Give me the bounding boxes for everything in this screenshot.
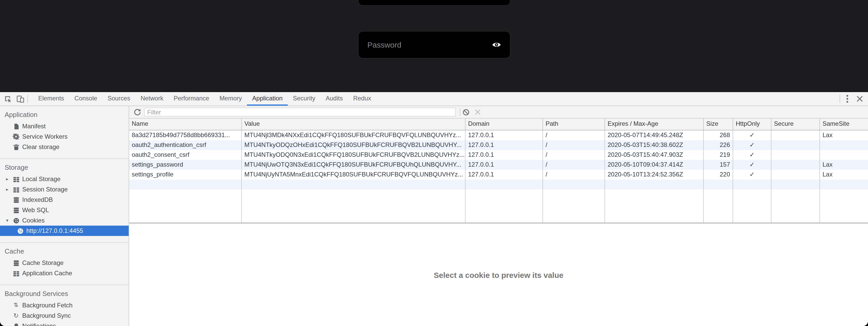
devtools-window: ElementsConsoleSourcesNetworkPerformance…: [0, 92, 868, 326]
sidebar-item-service-workers[interactable]: Service Workers: [0, 131, 129, 142]
clear-all-icon[interactable]: [460, 106, 472, 118]
sidebar-item-cookies[interactable]: ▾Cookies: [0, 215, 129, 226]
column-header-secure[interactable]: Secure: [771, 118, 820, 130]
eye-icon[interactable]: [492, 42, 501, 48]
column-header-domain[interactable]: Domain: [466, 118, 543, 130]
trash-icon: [12, 143, 20, 151]
empty-row: [129, 180, 868, 189]
cookie-icon: [12, 217, 20, 224]
sync-icon: ↻: [12, 312, 20, 319]
bell-icon: [12, 322, 20, 326]
sidebar-item-background-sync[interactable]: ↻Background Sync: [0, 310, 129, 321]
cell-samesite: [820, 140, 868, 150]
inspect-icon[interactable]: [2, 92, 14, 106]
expander-expanded-icon[interactable]: ▾: [3, 215, 11, 226]
empty-cell: [605, 180, 704, 189]
tab-audits[interactable]: Audits: [320, 92, 348, 106]
password-field[interactable]: Password: [358, 31, 510, 58]
sidebar-item-application-cache[interactable]: Application Cache: [0, 268, 129, 278]
tab-redux[interactable]: Redux: [348, 92, 376, 106]
empty-cell: [820, 189, 868, 222]
cell-secure: [771, 150, 820, 160]
cell-httponly: ✓: [733, 130, 771, 140]
sidebar-section-title: Cache: [0, 245, 129, 258]
column-header-samesite[interactable]: SameSite: [820, 118, 868, 130]
column-header-path[interactable]: Path: [543, 118, 605, 130]
tab-label: Elements: [38, 95, 64, 102]
cell-expires: 2020-05-03T15:40:38.602Z: [605, 140, 704, 150]
empty-cell: [466, 180, 543, 189]
tab-elements[interactable]: Elements: [33, 92, 69, 106]
expander-collapsed-icon[interactable]: ▸: [3, 184, 11, 195]
cookie-row-settings-password[interactable]: settings_passwordMTU4NjUwOTQ3N3xEdi1CQkF…: [129, 160, 868, 170]
cell-secure: [771, 170, 820, 180]
application-sidebar: ApplicationManifestService WorkersClear …: [0, 106, 129, 326]
cookies-panel: NameValueDomainPathExpires / Max-AgeSize…: [129, 106, 868, 326]
refresh-icon[interactable]: [131, 106, 143, 118]
sidebar-item-label: http://127.0.0.1:4455: [26, 226, 83, 236]
cell-samesite: Lax: [820, 170, 868, 180]
expander-collapsed-icon[interactable]: ▸: [3, 174, 11, 184]
tab-label: Application: [252, 95, 282, 102]
column-header-name[interactable]: Name: [129, 118, 242, 130]
database-icon: [12, 207, 20, 214]
sidebar-item-session-storage[interactable]: ▸Session Storage: [0, 184, 129, 195]
cell-domain: 127.0.0.1: [466, 170, 543, 180]
sidebar-item-label: Application Cache: [22, 268, 72, 278]
tab-security[interactable]: Security: [288, 92, 320, 106]
table-body: 8a3d27185b49d7758d8bb669331...MTU4Njl3MD…: [129, 130, 868, 180]
more-options-icon[interactable]: [841, 92, 854, 106]
sidebar-item-background-fetch[interactable]: ⇅Background Fetch: [0, 300, 129, 310]
delete-selected-icon[interactable]: [472, 106, 483, 118]
column-header-expires-max-age[interactable]: Expires / Max-Age: [605, 118, 704, 130]
cell-value: MTU4NjUyNTA5MnxEdi1CQkFFQ180SUFBUkFCRUFB…: [242, 170, 466, 180]
column-header-httponly[interactable]: HttpOnly: [733, 118, 771, 130]
cell-size: 219: [704, 150, 733, 160]
column-header-size[interactable]: Size: [704, 118, 733, 130]
document-icon: [12, 123, 20, 130]
cookie-row-oauth2-authentication-csrf[interactable]: oauth2_authentication_csrfMTU4NTkyODQzOH…: [129, 140, 868, 150]
sidebar-item-label: Service Workers: [22, 131, 68, 142]
sidebar-item-clear-storage[interactable]: Clear storage: [0, 142, 129, 152]
column-header-value[interactable]: Value: [242, 118, 466, 130]
cookie-row-settings-profile[interactable]: settings_profileMTU4NjUyNTA5MnxEdi1CQkFF…: [129, 170, 868, 180]
cookie-row-oauth2-consent-csrf[interactable]: oauth2_consent_csrfMTU4NTkyODQ0N3xEdi1CQ…: [129, 150, 868, 160]
sidebar-section-title: Storage: [0, 161, 129, 174]
cell-expires: 2020-05-03T15:40:47.903Z: [605, 150, 704, 160]
empty-cell: [704, 180, 733, 189]
tab-label: Redux: [353, 95, 371, 102]
tab-memory[interactable]: Memory: [214, 92, 247, 106]
cell-expires: 2020-05-07T14:49:45.248Z: [605, 130, 704, 140]
tab-performance[interactable]: Performance: [168, 92, 214, 106]
sidebar-item-web-sql[interactable]: Web SQL: [0, 205, 129, 215]
sidebar-item-label: IndexedDB: [22, 195, 53, 205]
empty-cell: [242, 180, 466, 189]
table-icon: [12, 186, 20, 193]
tab-label: Network: [141, 95, 163, 102]
tab-label: Performance: [174, 95, 209, 102]
preview-message: Select a cookie to preview its value: [434, 270, 563, 279]
close-devtools-icon[interactable]: [854, 92, 866, 106]
sidebar-section-background-services: Background Services⇅Background Fetch↻Bac…: [0, 285, 129, 326]
tab-network[interactable]: Network: [135, 92, 168, 106]
cell-samesite: Lax: [820, 160, 868, 170]
tab-application[interactable]: Application: [247, 92, 287, 106]
obscured-text-field[interactable]: [358, 0, 510, 6]
sidebar-item-indexeddb[interactable]: IndexedDB: [0, 195, 129, 205]
sidebar-item-http-127-0-0-1-4455[interactable]: http://127.0.0.1:4455: [0, 226, 129, 236]
filter-input[interactable]: [144, 108, 456, 116]
cell-samesite: Lax: [820, 130, 868, 140]
tab-console[interactable]: Console: [69, 92, 102, 106]
sidebar-item-manifest[interactable]: Manifest: [0, 121, 129, 131]
tab-sources[interactable]: Sources: [102, 92, 135, 106]
device-toolbar-icon[interactable]: [14, 92, 26, 106]
sidebar-item-label: Web SQL: [22, 205, 49, 215]
cell-domain: 127.0.0.1: [466, 150, 543, 160]
cell-domain: 127.0.0.1: [466, 140, 543, 150]
cell-name: settings_profile: [129, 170, 242, 180]
sidebar-item-local-storage[interactable]: ▸Local Storage: [0, 174, 129, 184]
sidebar-item-cache-storage[interactable]: Cache Storage: [0, 258, 129, 268]
cookie-row-8a3d27185b49d7758d8bb669331[interactable]: 8a3d27185b49d7758d8bb669331...MTU4Njl3MD…: [129, 130, 868, 140]
sidebar-item-notifications[interactable]: Notifications: [0, 321, 129, 326]
sidebar-item-label: Cookies: [22, 215, 45, 226]
